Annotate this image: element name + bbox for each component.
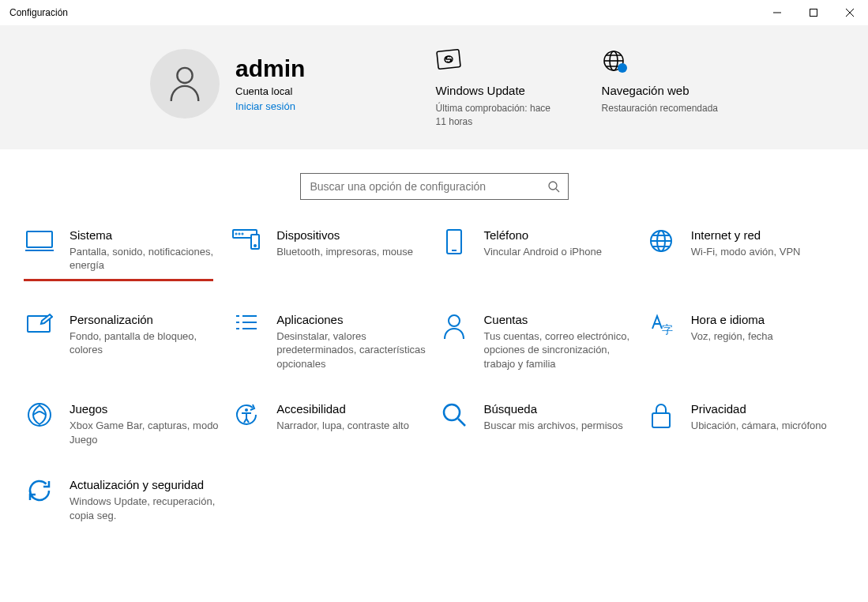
- close-button[interactable]: [832, 0, 868, 25]
- tile-juegos[interactable]: JuegosXbox Game Bar, capturas, modo Jueg…: [24, 402, 223, 446]
- tile-desc: Voz, región, fecha: [691, 329, 844, 344]
- tile-desc: Xbox Game Bar, capturas, modo Juego: [70, 419, 223, 446]
- tile-privacidad[interactable]: PrivacidadUbicación, cámara, micrófono: [645, 402, 844, 446]
- accounts-icon: [442, 313, 466, 340]
- svg-text:字: 字: [662, 323, 673, 336]
- svg-point-35: [245, 408, 248, 412]
- svg-line-11: [556, 189, 559, 192]
- tile-title: Búsqueda: [484, 402, 637, 416]
- tile-desc: Fondo, pantalla de bloqueo, colores: [70, 329, 223, 357]
- globe-icon: [648, 228, 674, 254]
- tile-title: Teléfono: [484, 228, 637, 242]
- tile-title: Privacidad: [691, 402, 844, 416]
- time-language-icon: 字: [648, 313, 674, 337]
- update-icon: [436, 49, 463, 73]
- tile-desc: Pantalla, sonido, notificaciones, energí…: [70, 245, 223, 273]
- tile-title: Dispositivos: [276, 228, 430, 242]
- hero-card-update[interactable]: Windows Update Última comprobación: hace…: [436, 49, 562, 129]
- hero-card-desc: Restauración recomendada: [602, 102, 718, 115]
- svg-point-17: [242, 233, 243, 234]
- tile-desc: Vincular Android o iPhone: [484, 245, 637, 259]
- tile-title: Internet y red: [691, 228, 844, 242]
- account-block[interactable]: admin Cuenta local Iniciar sesión: [150, 49, 305, 119]
- svg-point-34: [28, 404, 51, 426]
- svg-line-37: [458, 419, 465, 426]
- svg-point-36: [444, 404, 460, 420]
- hero-card-web[interactable]: Navegación web Restauración recomendada: [602, 49, 718, 129]
- tile-internet[interactable]: Internet y redWi-Fi, modo avión, VPN: [645, 228, 844, 281]
- tile-desc: Bluetooth, impresoras, mouse: [276, 245, 430, 259]
- window-title: Configuración: [9, 7, 68, 18]
- phone-icon: [445, 228, 463, 255]
- tile-title: Sistema: [70, 228, 223, 242]
- personalization-icon: [26, 313, 53, 337]
- maximize-button[interactable]: [795, 0, 832, 25]
- update-security-icon: [27, 478, 52, 503]
- tile-title: Hora e idioma: [691, 313, 844, 326]
- search-box[interactable]: [300, 173, 569, 200]
- avatar: [150, 49, 220, 119]
- hero-card-title: Navegación web: [602, 84, 690, 97]
- tile-desc: Wi-Fi, modo avión, VPN: [691, 245, 844, 259]
- devices-icon: [232, 228, 261, 250]
- tile-title: Aplicaciones: [276, 313, 430, 326]
- tile-title: Cuentas: [484, 313, 637, 326]
- title-bar: Configuración: [0, 0, 868, 25]
- svg-point-16: [239, 233, 240, 234]
- accessibility-icon: [234, 402, 259, 427]
- tile-desc: Buscar mis archivos, permisos: [484, 419, 637, 433]
- tile-title: Juegos: [70, 402, 223, 416]
- status-dot-icon: [618, 63, 627, 73]
- tile-telefono[interactable]: TeléfonoVincular Android o iPhone: [438, 228, 637, 281]
- apps-icon: [235, 313, 258, 335]
- tile-title: Personalización: [70, 313, 223, 326]
- tile-sistema[interactable]: SistemaPantalla, sonido, notificaciones,…: [24, 228, 223, 273]
- signin-link[interactable]: Iniciar sesión: [235, 100, 305, 112]
- hero-banner: admin Cuenta local Iniciar sesión Window…: [0, 25, 868, 149]
- svg-rect-1: [810, 9, 817, 17]
- tile-hora[interactable]: 字 Hora e idiomaVoz, región, fecha: [645, 313, 844, 371]
- search-icon: [547, 180, 560, 193]
- account-type: Cuenta local: [235, 85, 305, 97]
- tile-actualizacion[interactable]: Actualización y seguridadWindows Update,…: [24, 478, 223, 522]
- lock-icon: [650, 402, 672, 429]
- svg-rect-12: [27, 231, 52, 247]
- tile-desc: Ubicación, cámara, micrófono: [691, 419, 844, 433]
- tile-cuentas[interactable]: CuentasTus cuentas, correo electrónico, …: [438, 313, 637, 371]
- tile-busqueda[interactable]: BúsquedaBuscar mis archivos, permisos: [438, 402, 637, 446]
- account-name: admin: [235, 55, 305, 82]
- svg-point-19: [254, 245, 256, 246]
- search-input[interactable]: [309, 179, 547, 194]
- minimize-button[interactable]: [759, 0, 795, 25]
- svg-point-10: [549, 182, 557, 190]
- svg-point-9: [618, 63, 627, 73]
- tile-aplicaciones[interactable]: AplicacionesDesinstalar, valores predete…: [231, 313, 430, 371]
- svg-point-15: [236, 233, 237, 234]
- search-icon: [442, 402, 467, 427]
- user-icon: [167, 65, 202, 103]
- tile-accesibilidad[interactable]: AccesibilidadNarrador, lupa, contraste a…: [231, 402, 430, 446]
- tile-desc: Tus cuentas, correo electrónico, opcione…: [484, 329, 637, 371]
- highlight-underline: [24, 279, 213, 281]
- svg-rect-38: [652, 413, 670, 427]
- tile-title: Accesibilidad: [276, 402, 430, 416]
- gaming-icon: [27, 402, 52, 427]
- hero-card-desc: Última comprobación: hace 11 horas: [436, 102, 562, 129]
- svg-point-4: [177, 68, 192, 83]
- tile-desc: Desinstalar, valores predeterminados, ca…: [276, 329, 430, 371]
- tile-title: Actualización y seguridad: [70, 478, 223, 491]
- system-icon: [25, 228, 54, 252]
- tile-personalizacion[interactable]: PersonalizaciónFondo, pantalla de bloque…: [24, 313, 223, 371]
- tile-desc: Narrador, lupa, contraste alto: [276, 419, 430, 433]
- tile-desc: Windows Update, recuperación, copia seg.: [70, 495, 223, 522]
- hero-card-title: Windows Update: [436, 84, 525, 97]
- tile-dispositivos[interactable]: DispositivosBluetooth, impresoras, mouse: [231, 228, 430, 281]
- svg-point-32: [449, 315, 460, 326]
- categories-grid: SistemaPantalla, sonido, notificaciones,…: [0, 220, 868, 547]
